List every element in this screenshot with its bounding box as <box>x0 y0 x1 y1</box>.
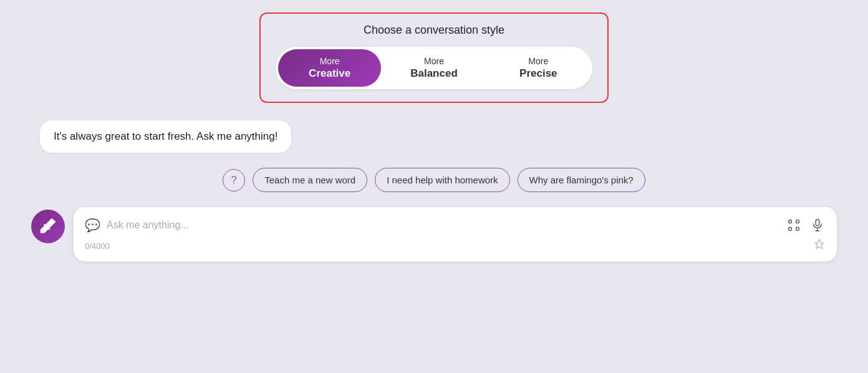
welcome-message-bubble: It's always great to start fresh. Ask me… <box>40 120 291 153</box>
style-selector-panel: Choose a conversation style More Creativ… <box>259 12 609 103</box>
input-area-wrapper: 💬 Ask me anything... <box>25 207 843 261</box>
input-box: 💬 Ask me anything... <box>74 207 837 261</box>
balanced-main-label: Balanced <box>410 67 458 80</box>
style-btn-creative[interactable]: More Creative <box>278 49 381 87</box>
svg-rect-4 <box>816 220 819 226</box>
svg-rect-2 <box>789 228 792 231</box>
style-btn-precise[interactable]: More Precise <box>487 49 590 87</box>
input-actions <box>786 217 826 233</box>
svg-rect-0 <box>789 220 792 223</box>
suggestion-row: ? Teach me a new word I need help with h… <box>223 168 645 192</box>
microphone-icon <box>811 218 824 232</box>
avatar-button[interactable] <box>31 210 65 243</box>
style-btn-balanced[interactable]: More Balanced <box>382 49 485 87</box>
pin-icon <box>813 238 826 251</box>
microphone-icon-button[interactable] <box>809 217 826 233</box>
question-icon: ? <box>223 169 245 191</box>
camera-icon-button[interactable] <box>786 217 802 233</box>
creative-main-label: Creative <box>309 67 350 80</box>
camera-icon <box>787 218 801 232</box>
pin-icon-button[interactable] <box>813 238 826 254</box>
input-row: 💬 Ask me anything... <box>85 217 826 233</box>
precise-main-label: Precise <box>519 67 557 80</box>
balanced-more-label: More <box>424 56 444 67</box>
suggestion-chip-teach[interactable]: Teach me a new word <box>253 168 367 192</box>
style-buttons-group: More Creative More Balanced More Precise <box>276 47 592 89</box>
char-count: 0/4000 <box>85 241 110 251</box>
chat-bubble-icon: 💬 <box>85 218 100 233</box>
creative-more-label: More <box>320 56 340 67</box>
broom-icon <box>39 218 57 235</box>
svg-rect-1 <box>796 220 799 223</box>
svg-rect-3 <box>796 228 799 231</box>
suggestion-chip-homework[interactable]: I need help with homework <box>375 168 509 192</box>
input-footer: 0/4000 <box>85 238 826 254</box>
input-placeholder-text[interactable]: Ask me anything... <box>107 220 779 231</box>
suggestion-chip-flamingo[interactable]: Why are flamingo's pink? <box>518 168 645 192</box>
precise-more-label: More <box>528 56 548 67</box>
style-selector-title: Choose a conversation style <box>276 24 592 37</box>
